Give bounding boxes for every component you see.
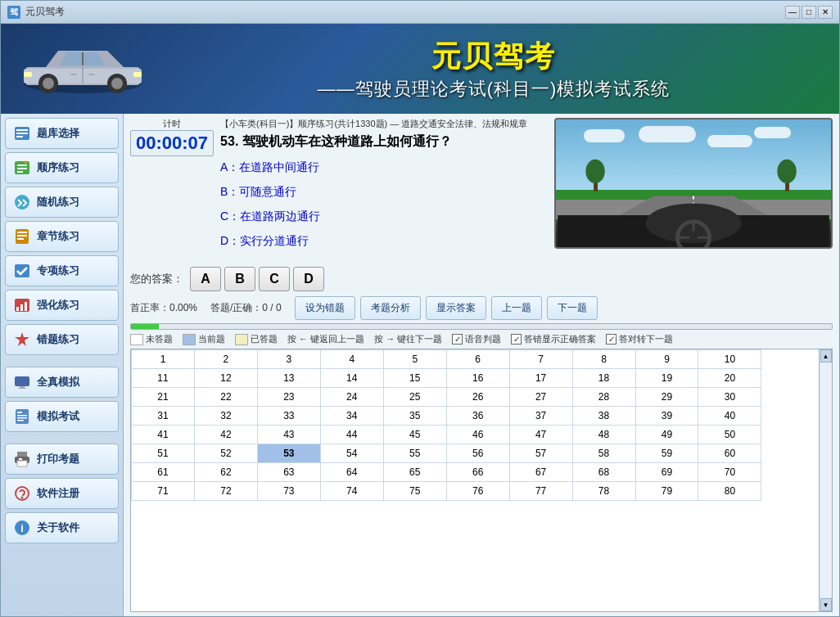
answer-btn-c[interactable]: C [259, 267, 290, 291]
prev-button[interactable]: 上一题 [491, 296, 542, 320]
grid-cell[interactable]: 47 [509, 426, 572, 444]
grid-cell[interactable]: 70 [698, 463, 761, 482]
grid-cell[interactable]: 68 [572, 463, 635, 482]
scrollbar-up-button[interactable]: ▲ [820, 349, 832, 363]
set-wrong-button[interactable]: 设为错题 [295, 296, 355, 320]
grid-cell[interactable]: 22 [194, 388, 257, 407]
grid-cell[interactable]: 26 [446, 388, 509, 407]
grid-cell[interactable]: 4 [320, 350, 383, 369]
grid-cell[interactable]: 8 [572, 350, 635, 369]
grid-cell[interactable]: 18 [572, 369, 635, 388]
grid-cell[interactable]: 58 [572, 444, 635, 463]
grid-cell[interactable]: 52 [194, 444, 257, 463]
show-answer-button[interactable]: 显示答案 [426, 296, 486, 320]
grid-cell[interactable]: 78 [572, 482, 635, 501]
sidebar-item-mock-exam[interactable]: 模拟考试 [5, 401, 119, 432]
sidebar-item-intensive[interactable]: 强化练习 [5, 290, 119, 321]
grid-cell[interactable]: 53 [257, 444, 320, 463]
grid-cell[interactable]: 19 [635, 369, 698, 388]
grid-cell[interactable]: 35 [383, 407, 446, 426]
grid-cell[interactable]: 1 [132, 350, 195, 369]
grid-cell[interactable]: 12 [194, 369, 257, 388]
grid-cell[interactable]: 17 [509, 369, 572, 388]
grid-cell[interactable]: 37 [509, 407, 572, 426]
grid-cell[interactable]: 5 [383, 350, 446, 369]
grid-cell[interactable]: 40 [698, 407, 761, 426]
grid-cell[interactable]: 71 [132, 482, 195, 501]
sidebar-item-wrong[interactable]: 错题练习 [5, 324, 119, 355]
option-d[interactable]: D：实行分道通行 [220, 232, 546, 250]
grid-cell[interactable]: 20 [698, 369, 761, 388]
sidebar-item-random[interactable]: 随机练习 [5, 187, 119, 218]
grid-cell[interactable]: 55 [383, 444, 446, 463]
grid-cell[interactable]: 57 [509, 444, 572, 463]
grid-cell[interactable]: 48 [572, 426, 635, 444]
grid-cell[interactable]: 33 [257, 407, 320, 426]
grid-cell[interactable]: 10 [698, 350, 761, 369]
grid-cell[interactable]: 23 [257, 388, 320, 407]
grid-cell[interactable]: 64 [320, 463, 383, 482]
grid-cell[interactable]: 43 [257, 426, 320, 444]
sidebar-item-sequential[interactable]: 顺序练习 [5, 152, 119, 183]
grid-cell[interactable]: 80 [698, 482, 761, 501]
sidebar-item-about[interactable]: i 关于软件 [5, 512, 119, 543]
grid-cell[interactable]: 76 [446, 482, 509, 501]
grid-cell[interactable]: 29 [635, 388, 698, 407]
sidebar-item-full-sim[interactable]: 全真模拟 [5, 367, 119, 398]
grid-cell[interactable]: 73 [257, 482, 320, 501]
grid-cell[interactable]: 13 [257, 369, 320, 388]
show-correct-checkbox[interactable]: ✓ [511, 334, 522, 345]
grid-cell[interactable]: 14 [320, 369, 383, 388]
grid-cell[interactable]: 42 [194, 426, 257, 444]
grid-cell[interactable]: 72 [194, 482, 257, 501]
close-button[interactable]: ✕ [818, 6, 833, 19]
grid-cell[interactable]: 2 [194, 350, 257, 369]
auto-next-checkbox[interactable]: ✓ [606, 334, 616, 345]
grid-cell[interactable]: 27 [509, 388, 572, 407]
grid-cell[interactable]: 44 [320, 426, 383, 444]
grid-cell[interactable]: 67 [509, 463, 572, 482]
option-a[interactable]: A：在道路中间通行 [220, 159, 546, 177]
grid-cell[interactable]: 56 [446, 444, 509, 463]
grid-cell[interactable]: 65 [383, 463, 446, 482]
grid-cell[interactable]: 51 [132, 444, 195, 463]
option-c[interactable]: C：在道路两边通行 [220, 208, 546, 226]
grid-cell[interactable]: 25 [383, 388, 446, 407]
grid-cell[interactable]: 31 [132, 407, 195, 426]
grid-cell[interactable]: 15 [383, 369, 446, 388]
sidebar-item-special[interactable]: 专项练习 [5, 255, 119, 286]
option-b[interactable]: B：可随意通行 [220, 183, 546, 201]
grid-cell[interactable]: 69 [635, 463, 698, 482]
grid-cell[interactable]: 21 [132, 388, 195, 407]
grid-cell[interactable]: 6 [446, 350, 509, 369]
grid-cell[interactable]: 74 [320, 482, 383, 501]
grid-cell[interactable]: 41 [132, 426, 195, 444]
grid-cell[interactable]: 49 [635, 426, 698, 444]
grid-cell[interactable]: 62 [194, 463, 257, 482]
grid-cell[interactable]: 34 [320, 407, 383, 426]
grid-cell[interactable]: 66 [446, 463, 509, 482]
grid-cell[interactable]: 30 [698, 388, 761, 407]
grid-cell[interactable]: 45 [383, 426, 446, 444]
sidebar-item-question-bank[interactable]: 题库选择 [5, 118, 119, 149]
grid-cell[interactable]: 16 [446, 369, 509, 388]
grid-cell[interactable]: 60 [698, 444, 761, 463]
voice-checkbox[interactable]: ✓ [452, 334, 463, 345]
grid-cell[interactable]: 59 [635, 444, 698, 463]
grid-cell[interactable]: 11 [132, 369, 195, 388]
grid-cell[interactable]: 9 [635, 350, 698, 369]
answer-btn-a[interactable]: A [190, 267, 221, 291]
grid-cell[interactable]: 75 [383, 482, 446, 501]
answer-btn-d[interactable]: D [293, 267, 324, 291]
grid-cell[interactable]: 32 [194, 407, 257, 426]
grid-cell[interactable]: 54 [320, 444, 383, 463]
grid-cell[interactable]: 36 [446, 407, 509, 426]
grid-cell[interactable]: 3 [257, 350, 320, 369]
grid-cell[interactable]: 79 [635, 482, 698, 501]
analyze-button[interactable]: 考题分析 [360, 296, 421, 320]
grid-cell[interactable]: 38 [572, 407, 635, 426]
sidebar-item-chapter[interactable]: 章节练习 [5, 221, 119, 252]
grid-cell[interactable]: 24 [320, 388, 383, 407]
grid-cell[interactable]: 77 [509, 482, 572, 501]
sidebar-item-print[interactable]: 打印考题 [5, 444, 119, 475]
